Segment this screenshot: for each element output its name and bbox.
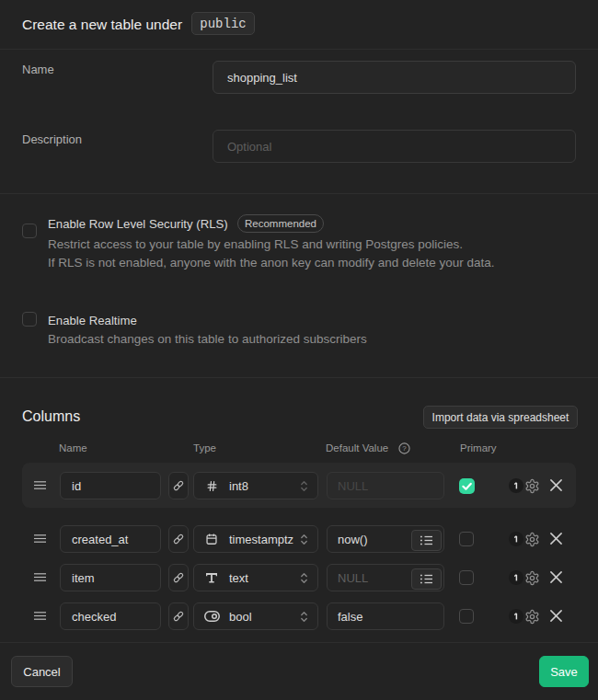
- svg-text:?: ?: [402, 444, 407, 453]
